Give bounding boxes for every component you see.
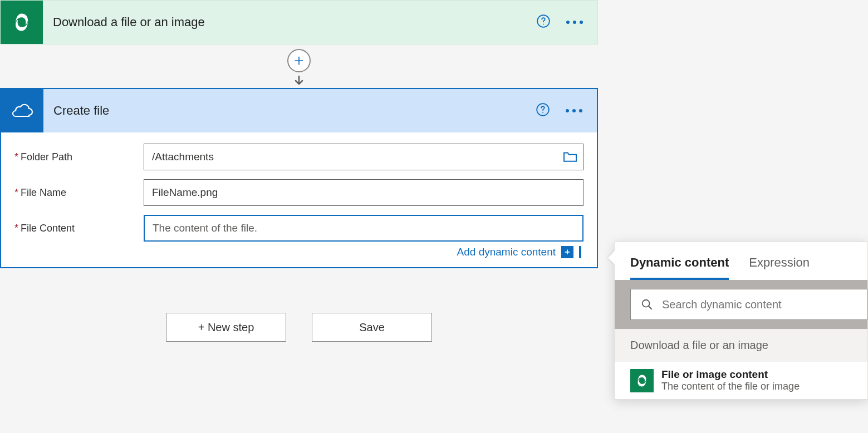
folder-picker-button[interactable]	[562, 150, 578, 164]
svg-point-3	[542, 112, 543, 114]
file-content-label: File Content	[21, 223, 75, 234]
dynamic-item-title: File or image content	[661, 368, 800, 381]
add-step-inline-button[interactable]	[287, 49, 311, 72]
tab-expression[interactable]: Expression	[749, 255, 810, 280]
svg-point-1	[543, 24, 544, 25]
dynamic-item-subtitle: The content of the file or image	[661, 381, 800, 392]
dataverse-icon	[630, 369, 654, 392]
arrow-down-icon	[292, 75, 306, 88]
search-icon	[641, 298, 653, 311]
step-connector	[0, 45, 598, 88]
onedrive-icon	[1, 89, 43, 132]
folder-path-label: Folder Path	[21, 151, 72, 163]
folder-path-input[interactable]	[144, 144, 583, 170]
dataverse-icon	[1, 1, 43, 44]
help-icon[interactable]	[536, 14, 551, 31]
add-dynamic-content-link[interactable]: Add dynamic content	[457, 246, 556, 258]
dynamic-content-item[interactable]: File or image content The content of the…	[615, 362, 867, 399]
tab-dynamic-content[interactable]: Dynamic content	[630, 255, 729, 280]
step-create-title: Create file	[43, 104, 536, 118]
step-download-title: Download a file or an image	[43, 15, 536, 29]
dynamic-side-marker	[579, 246, 581, 258]
file-name-label: File Name	[21, 187, 66, 199]
more-menu-icon[interactable]	[566, 21, 583, 24]
panel-notch	[608, 251, 615, 264]
help-icon[interactable]	[536, 102, 550, 119]
dynamic-content-group-title: Download a file or an image	[615, 329, 867, 362]
step-create-file-card: Create file *Folder Path *File Name	[0, 88, 598, 268]
add-dynamic-plus-icon[interactable]: +	[561, 246, 573, 258]
new-step-button[interactable]: + New step	[166, 313, 286, 342]
more-menu-icon[interactable]	[566, 109, 582, 112]
save-button[interactable]: Save	[312, 313, 432, 342]
dynamic-content-search-input[interactable]	[662, 298, 857, 311]
file-name-input[interactable]	[144, 179, 583, 206]
file-content-input[interactable]	[144, 215, 583, 242]
dynamic-content-panel: Dynamic content Expression Download a fi…	[614, 242, 868, 400]
step-download-card[interactable]: Download a file or an image	[0, 0, 598, 45]
